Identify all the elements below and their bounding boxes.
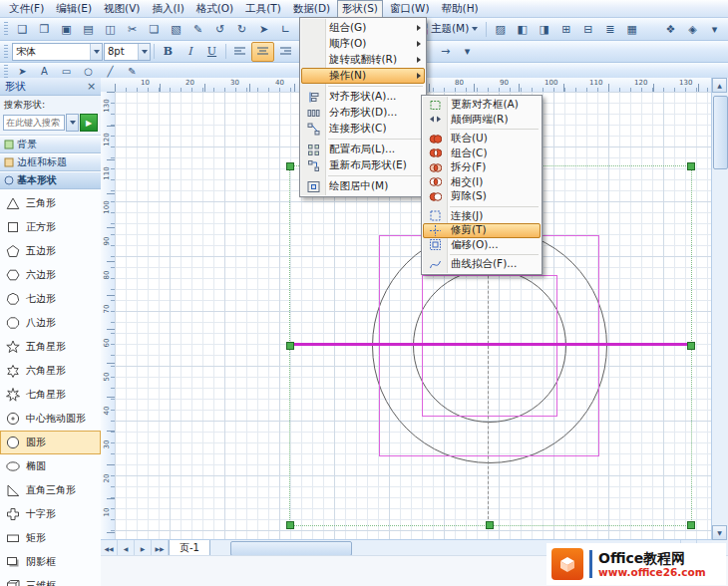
redo-icon[interactable]: ↻ [231,20,252,38]
shape-item-triangle[interactable]: 三角形 [0,191,101,215]
menu-data[interactable]: 数据(D) [288,0,335,18]
cut-icon[interactable]: ✂ [122,20,143,38]
close-icon[interactable]: × [85,80,98,93]
submenu-item-subtract[interactable]: 剪除(S) [423,189,541,204]
ellipse-tool-icon[interactable]: ○ [78,65,99,79]
menu-view[interactable]: 视图(V) [99,0,145,18]
pencil-tool-icon[interactable]: ✎ [122,65,143,79]
selection-handle[interactable] [286,521,294,529]
italic-button[interactable]: I [180,43,200,61]
more-options-icon[interactable]: ▾ [457,43,478,61]
menu-item-group[interactable]: 组合(G) [301,20,425,36]
selection-handle[interactable] [486,521,494,529]
submenu-item-reverse-ends[interactable]: 颠倒两端(R) [423,113,541,128]
undo-icon[interactable]: ↺ [209,20,230,38]
line-tool-icon[interactable]: ╱ [100,65,121,79]
toolbar-options-icon[interactable]: ▾ [704,20,725,38]
menu-item-order[interactable]: 顺序(O) [301,36,425,52]
copy-icon[interactable]: ❏ [144,20,165,38]
toolbar-grip[interactable] [4,22,8,36]
stencil-basic-shapes[interactable]: 基本形状 [0,171,101,189]
stencil-borders-titles[interactable]: 边框和标题 [0,153,101,171]
shape-item-center-drag-circle[interactable]: 中心拖动圆形 [0,407,101,431]
menu-item-center-drawing[interactable]: 绘图居中(M) [301,178,425,194]
horizontal-scroll-thumb[interactable] [230,541,352,556]
underline-button[interactable]: U [201,43,222,61]
paste-icon[interactable]: ▧ [166,20,186,38]
align-center-button[interactable] [251,42,274,62]
menu-insert[interactable]: 插入(I) [147,0,188,18]
chevron-down-icon[interactable] [66,114,79,132]
layers-icon[interactable]: ▦ [621,20,642,38]
menu-item-configure-layout[interactable]: 配置布局(L)... [301,142,425,157]
search-go-button[interactable]: ▶ [80,114,98,132]
stamp-tool-icon[interactable]: ▨ [490,20,511,38]
group-icon[interactable]: ⊞ [555,20,576,38]
selection-handle[interactable] [286,342,294,350]
submenu-item-combine[interactable]: 组合(C) [423,146,541,161]
menu-shape[interactable]: 形状(S) [337,0,383,18]
submenu-item-offset[interactable]: 偏移(O)... [423,238,541,253]
align-right-button[interactable] [275,43,296,61]
ungroup-icon[interactable]: ⊟ [577,20,598,38]
shape-item-square[interactable]: 正方形 [0,215,101,239]
vertical-scroll-thumb[interactable] [713,96,728,169]
page-tab[interactable]: 页-1 [169,540,210,556]
shape-item-cross[interactable]: 十字形 [0,502,101,526]
menu-help[interactable]: 帮助(H) [437,0,484,18]
menu-window[interactable]: 窗口(W) [385,0,435,18]
connector-tool-icon[interactable]: ∟ [275,20,296,38]
shape-item-octagon[interactable]: 八边形 [0,311,101,335]
shape-item-rectangle[interactable]: 矩形 [0,526,101,550]
vertical-scrollbar[interactable]: ▲ ▼ [711,78,728,540]
menu-file[interactable]: 文件(F) [4,0,49,18]
selection-handle[interactable] [687,521,695,529]
horizontal-line-shape[interactable] [289,343,690,346]
chevron-down-icon[interactable] [90,44,102,60]
last-page-button[interactable]: ▶▶ [152,540,169,556]
shape-item-star6[interactable]: 六角星形 [0,359,101,383]
shape-item-hexagon[interactable]: 六边形 [0,263,101,287]
bring-to-front-icon[interactable]: ◧ [512,20,533,38]
submenu-item-update-alignment-box[interactable]: 更新对齐框(A) [423,98,541,113]
snap-glue-icon[interactable]: ◈ [682,20,703,38]
shape-item-heptagon[interactable]: 七边形 [0,287,101,311]
save-icon[interactable]: ▣ [56,20,77,38]
align-left-button[interactable] [229,43,250,61]
line-ends-icon[interactable]: → [435,43,456,61]
menu-tools[interactable]: 工具(T) [240,0,286,18]
chevron-down-icon[interactable] [138,44,150,60]
menu-item-rotate-flip[interactable]: 旋转或翻转(R) [301,52,425,68]
open-file-icon[interactable]: ❒ [34,20,55,38]
first-page-button[interactable]: ◀◀ [101,540,118,556]
pointer-tool-icon[interactable]: ➤ [253,20,274,38]
font-combo[interactable]: 宋体 [12,43,103,61]
selection-handle[interactable] [286,162,294,170]
submenu-item-union[interactable]: 联合(U) [423,132,541,146]
pointer-tool-icon[interactable]: ➤ [12,65,33,79]
text-tool-icon[interactable]: A [34,65,55,79]
menu-item-connect-shapes[interactable]: 连接形状(C) [301,121,425,137]
scroll-up-icon[interactable]: ▲ [712,78,727,93]
toolbar-grip[interactable] [4,65,8,79]
submenu-item-join[interactable]: 连接(J) [423,209,541,224]
menu-item-distribute-shapes[interactable]: 分布形状(D)... [301,105,425,121]
watermark-url[interactable]: www.office26.com [598,566,706,578]
shape-item-ellipse[interactable]: 椭圆 [0,454,101,478]
menu-item-relayout-shapes[interactable]: 重新布局形状(E) [301,157,425,173]
shape-item-star7[interactable]: 七角星形 [0,383,101,407]
shape-item-pentagon[interactable]: 五边形 [0,239,101,263]
inner-square-shape[interactable] [422,275,557,417]
submenu-item-fit-curve[interactable]: 曲线拟合(F)... [423,257,541,272]
selection-handle[interactable] [687,342,695,350]
send-to-back-icon[interactable]: ◨ [534,20,554,38]
search-input[interactable] [3,115,65,131]
toolbar-grip[interactable] [4,45,8,59]
format-painter-icon[interactable]: ✎ [187,20,208,38]
shape-item-3d-box[interactable]: 三维框 [0,574,101,586]
print-icon[interactable]: ▤ [78,20,99,38]
stencil-backgrounds[interactable]: 背景 [0,136,101,153]
previous-page-button[interactable]: ◀ [118,540,135,556]
bold-button[interactable]: B [158,43,179,61]
menu-edit[interactable]: 编辑(E) [51,0,97,18]
